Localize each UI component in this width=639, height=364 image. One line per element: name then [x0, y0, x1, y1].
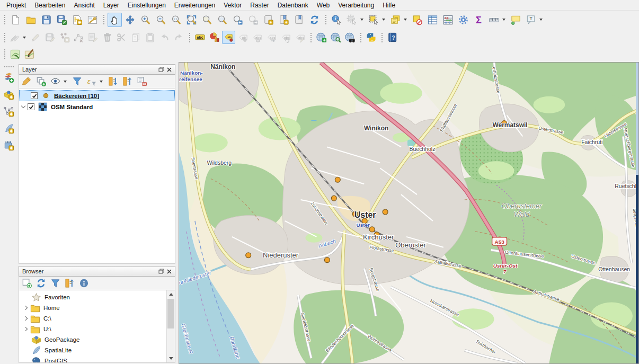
browser-item-postgis[interactable]: PostGIS [19, 356, 175, 363]
new-project-button[interactable] [8, 13, 23, 27]
open-project-button[interactable] [24, 13, 38, 27]
menu-verarbeitung[interactable]: Verarbeitung [334, 1, 378, 10]
layer-item-b-ckereien-10-[interactable]: Bäckereien [10] [19, 90, 175, 101]
text-annotation-button[interactable]: T [524, 13, 538, 27]
expander-icon[interactable] [23, 316, 28, 321]
add-selected-layers-button[interactable] [21, 277, 33, 289]
measure-line-button-dropdown-icon[interactable] [502, 19, 505, 21]
enable-properties-widget-button[interactable] [78, 277, 90, 289]
help-contents-button[interactable]: ? [386, 31, 399, 44]
zoom-out-button[interactable] [154, 13, 168, 27]
menu-bearbeiten[interactable]: Bearbeiten [30, 1, 69, 10]
save-project-as-button[interactable] [55, 13, 69, 27]
pan-map-button[interactable] [108, 13, 122, 27]
new-geopackage-layer-button[interactable] [2, 87, 16, 102]
menu-projekt[interactable]: Projekt [2, 1, 30, 10]
processing-toolbox-button[interactable] [456, 13, 471, 27]
zoom-native-button[interactable]: 1:1 [169, 13, 183, 27]
layer-diagram-options-button[interactable] [208, 31, 221, 44]
metasearch-add-button[interactable] [315, 31, 328, 44]
measure-line-button[interactable] [487, 13, 501, 27]
menu-web[interactable]: Web [313, 1, 334, 10]
show-bookmark-manager-button[interactable] [292, 13, 306, 27]
map-tips-button[interactable] [509, 13, 523, 27]
browser-item-c-[interactable]: C:\ [19, 313, 175, 324]
close-panel-icon[interactable] [165, 268, 173, 275]
new-shapefile-layer-button[interactable] [2, 104, 16, 119]
identify-features-button[interactable]: i [330, 13, 344, 27]
float-panel-icon[interactable] [157, 66, 165, 73]
browser-scrollbar[interactable] [166, 290, 175, 362]
select-features-button[interactable] [367, 13, 381, 27]
show-layout-manager-button[interactable] [85, 13, 100, 27]
metasearch-search-button[interactable] [329, 31, 342, 44]
filter-legend-by-expression-button-dropdown-icon[interactable] [100, 81, 103, 83]
zoom-to-layer-button[interactable] [215, 13, 229, 27]
float-panel-icon[interactable] [157, 268, 165, 275]
browser-item-favoriten[interactable]: Favoriten [19, 292, 175, 303]
expand-all-button[interactable] [107, 75, 119, 87]
plugin-osm-edit-button[interactable] [23, 48, 36, 61]
osm-place-search-button[interactable] [343, 31, 357, 44]
filter-browser-button[interactable] [49, 277, 61, 289]
new-print-layout-button[interactable] [70, 13, 84, 27]
manage-map-themes-button[interactable] [49, 75, 61, 87]
menu-hilfe[interactable]: Hilfe [378, 1, 400, 10]
collapse-all-browser-button[interactable] [64, 277, 76, 289]
scrollbar-thumb[interactable] [167, 299, 174, 329]
browser-item-home[interactable]: Home [19, 303, 175, 313]
filter-legend-by-expression-button[interactable]: ε [85, 75, 97, 87]
manage-map-themes-button-dropdown-icon[interactable] [64, 81, 67, 83]
open-layer-styling-button[interactable] [21, 75, 33, 87]
map-canvas[interactable]: NänikonNänikon-reifenseeWinikonBuechholz… [179, 62, 639, 364]
zoom-in-button[interactable] [138, 13, 153, 27]
open-attribute-table-button[interactable] [425, 13, 440, 27]
menu-einstellungen[interactable]: Einstellungen [123, 1, 170, 10]
scroll-down-icon[interactable] [167, 354, 175, 362]
menu-datenbank[interactable]: Datenbank [273, 1, 313, 10]
add-group-button[interactable] [35, 75, 47, 87]
expander-icon[interactable] [23, 306, 28, 310]
layer-visibility-checkbox[interactable] [31, 92, 38, 99]
statistical-summary-button[interactable] [441, 13, 455, 27]
menu-erweiterungen[interactable]: Erweiterungen [170, 1, 219, 10]
collapse-all-button[interactable] [121, 75, 134, 87]
expander-icon[interactable] [21, 104, 25, 108]
show-spatial-bookmarks-button[interactable] [277, 13, 291, 27]
layer-labeling-options-button[interactable]: abc [193, 31, 207, 44]
refresh-browser-button[interactable] [35, 277, 47, 289]
show-statistics-button[interactable]: Σ [472, 13, 486, 27]
close-panel-icon[interactable] [165, 66, 173, 73]
filter-legend-button[interactable] [71, 75, 83, 87]
current-edits-button-dropdown-icon[interactable] [23, 37, 26, 39]
run-feature-action-button-dropdown-icon[interactable] [360, 19, 363, 21]
select-features-by-value-button-dropdown-icon[interactable] [404, 19, 407, 21]
new-temporary-scratch-layer-button[interactable] [2, 138, 16, 153]
pin-unpin-labels-button[interactable]: ab [222, 31, 235, 44]
select-features-button-dropdown-icon[interactable] [382, 19, 385, 21]
remove-layer-button[interactable] [136, 75, 148, 87]
layer-item-osm-standard[interactable]: OSM Standard [19, 101, 175, 112]
plugin-quickosm-button[interactable] [8, 48, 22, 61]
new-spatialite-layer-button[interactable] [2, 121, 16, 136]
menu-layer[interactable]: Layer [99, 1, 123, 10]
scroll-up-icon[interactable] [167, 290, 175, 298]
toolbar-handle[interactable] [3, 65, 15, 68]
menu-raster[interactable]: Raster [246, 1, 273, 10]
browser-item-geopackage[interactable]: GeoPackage [19, 334, 175, 345]
layer-visibility-checkbox[interactable] [28, 103, 34, 110]
browser-item-spatialite[interactable]: SpatiaLite [19, 345, 175, 356]
new-spatial-bookmark-button[interactable] [261, 13, 276, 27]
zoom-to-selection-button[interactable] [200, 13, 214, 27]
menu-vektor[interactable]: Vektor [219, 1, 246, 10]
browser-item-u-[interactable]: U:\ [19, 324, 175, 334]
expander-icon[interactable] [23, 327, 28, 331]
data-source-manager-button[interactable] [2, 70, 16, 85]
text-annotation-button-dropdown-icon[interactable] [539, 19, 543, 21]
save-project-button[interactable] [39, 13, 54, 27]
pan-to-selection-button[interactable] [123, 13, 137, 27]
python-console-button[interactable] [365, 31, 378, 44]
deselect-features-button[interactable] [410, 13, 424, 27]
refresh-map-button[interactable] [307, 13, 322, 27]
zoom-last-button[interactable] [230, 13, 245, 27]
